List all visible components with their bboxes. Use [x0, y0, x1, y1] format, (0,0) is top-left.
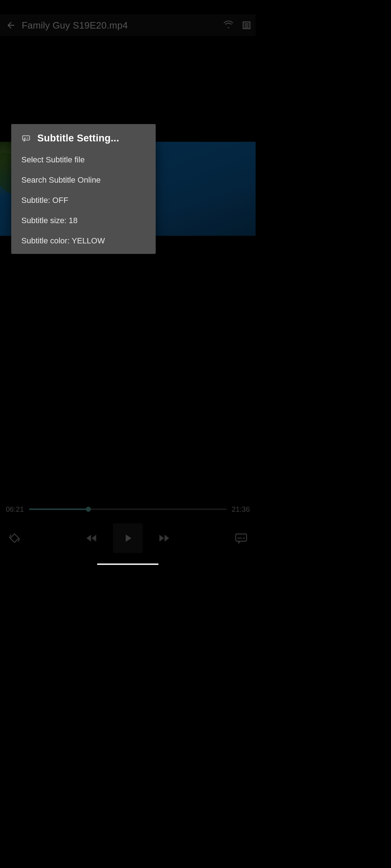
video-player-screen: Family Guy S19E20.mp4 06:21: [0, 0, 256, 567]
total-time: 21:36: [231, 505, 251, 514]
subtitle-button[interactable]: [234, 531, 248, 545]
video-title: Family Guy S19E20.mp4: [22, 20, 128, 31]
seek-thumb[interactable]: [86, 507, 91, 512]
seek-bar[interactable]: [29, 509, 227, 510]
option-select-subtitle-file[interactable]: Select Subtitle file: [11, 150, 156, 170]
option-subtitle-toggle[interactable]: Subtitle: OFF: [11, 190, 156, 210]
rewind-button[interactable]: [85, 531, 98, 545]
dialog-title: Subtitle Setting...: [37, 133, 119, 144]
option-search-subtitle-online[interactable]: Search Subtitle Online: [11, 170, 156, 190]
forward-button[interactable]: [157, 531, 171, 545]
player-controls: 06:21 21:36: [0, 500, 256, 563]
playlist-icon: [241, 20, 252, 30]
elapsed-time: 06:21: [5, 505, 25, 514]
svg-rect-5: [10, 534, 19, 542]
rotate-button[interactable]: [7, 531, 22, 545]
subtitle-icon: [234, 531, 248, 545]
rewind-icon: [85, 531, 98, 545]
home-indicator[interactable]: [97, 563, 159, 565]
play-button[interactable]: [113, 523, 143, 553]
transport-buttons: [0, 518, 256, 558]
option-subtitle-color[interactable]: Subtitle color: YELLOW: [11, 231, 156, 251]
arrow-left-icon: [6, 20, 16, 30]
subtitle-settings-dialog: Subtitle Setting... Select Subtitle file…: [11, 124, 156, 254]
svg-rect-6: [236, 534, 247, 541]
subtitle-icon: [21, 134, 31, 143]
back-button[interactable]: [0, 20, 22, 30]
rotate-icon: [7, 531, 22, 545]
dialog-header: Subtitle Setting...: [11, 124, 156, 148]
seek-fill: [29, 509, 88, 510]
modal-backdrop[interactable]: [0, 0, 256, 567]
option-subtitle-size[interactable]: Subtitle size: 18: [11, 210, 156, 231]
playlist-button[interactable]: [237, 20, 256, 30]
progress-row: 06:21 21:36: [0, 500, 256, 518]
dialog-options-list: Select Subtitle file Search Subtitle Onl…: [11, 148, 156, 251]
cast-button[interactable]: [219, 20, 237, 31]
top-bar: Family Guy S19E20.mp4: [0, 14, 256, 36]
wifi-icon: [223, 20, 234, 31]
fast-forward-icon: [157, 531, 171, 545]
play-icon: [122, 532, 134, 544]
